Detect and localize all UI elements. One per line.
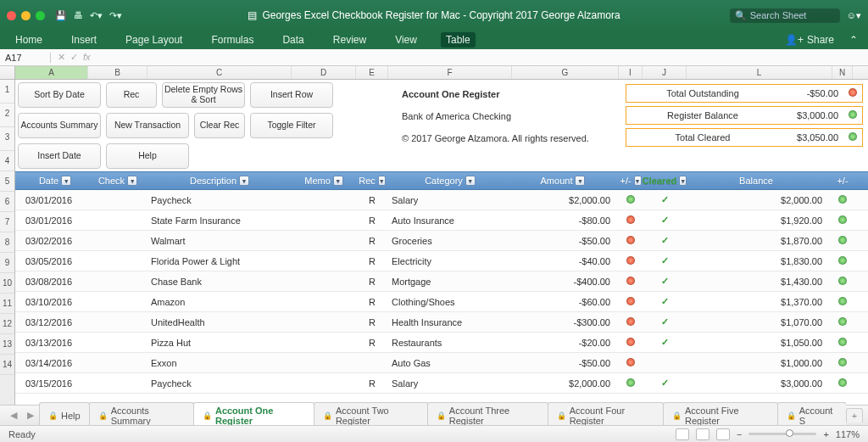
ribbon-tab-insert[interactable]: Insert <box>66 32 102 48</box>
row-header-8[interactable]: 8 <box>0 232 14 253</box>
cell-description[interactable]: Amazon <box>147 297 292 307</box>
row-header-10[interactable]: 10 <box>0 273 14 294</box>
cell-cleared[interactable] <box>643 337 687 348</box>
table-row[interactable]: 03/08/2016Chase BankRMortgage-$400.00$1,… <box>15 271 868 292</box>
row-header-12[interactable]: 12 <box>0 314 14 334</box>
redo-icon[interactable]: ↷▾ <box>109 10 122 21</box>
table-row[interactable]: 03/01/2016State Farm InsuranceRAuto Insu… <box>15 210 868 231</box>
row-header-4[interactable]: 4 <box>0 151 14 171</box>
cell-cleared[interactable] <box>643 316 687 327</box>
cell-description[interactable]: Paycheck <box>147 378 292 389</box>
cell-balance[interactable]: $1,050.00 <box>687 338 832 348</box>
col--[interactable]: +/- <box>832 176 853 186</box>
cell-amount[interactable]: -$40.00 <box>512 256 619 266</box>
maximize-icon[interactable] <box>36 11 45 20</box>
fx-icon[interactable]: fx <box>83 52 91 63</box>
col-cleared[interactable]: Cleared▼ <box>643 176 687 186</box>
cell-amount[interactable]: -$300.00 <box>512 317 619 327</box>
col-description[interactable]: Description▼ <box>147 176 292 186</box>
col-amount[interactable]: Amount▼ <box>512 176 619 186</box>
table-row[interactable]: 03/13/2016Pizza HutRRestaurants-$20.00$1… <box>15 333 868 353</box>
cell-category[interactable]: Salary <box>388 378 512 389</box>
col-header-C[interactable]: C <box>147 66 292 79</box>
cell-category[interactable]: Health Insurance <box>388 317 512 327</box>
ribbon-tab-formulas[interactable]: Formulas <box>206 32 259 48</box>
ribbon-tab-table[interactable]: Table <box>441 32 476 48</box>
insert-row-button[interactable]: Insert Row <box>250 82 333 108</box>
confirm-formula-icon[interactable]: ✓ <box>70 52 78 63</box>
filter-icon[interactable]: ▼ <box>679 176 687 186</box>
cell-category[interactable]: Restaurants <box>388 338 512 348</box>
cell-balance[interactable]: $1,830.00 <box>687 256 832 266</box>
cell-amount[interactable]: -$80.00 <box>512 215 619 226</box>
cell-description[interactable]: UnitedHealth <box>147 317 292 327</box>
cell-date[interactable]: 03/02/2016 <box>15 236 88 246</box>
row-header-11[interactable]: 11 <box>0 294 14 314</box>
rec-button[interactable]: Rec <box>106 82 157 108</box>
cell-description[interactable]: Exxon <box>147 358 292 368</box>
col-header-I[interactable]: I <box>619 66 643 79</box>
toggle-filter-button[interactable]: Toggle Filter <box>250 113 333 138</box>
col-header-N[interactable]: N <box>832 66 853 79</box>
filter-icon[interactable]: ▼ <box>575 176 585 186</box>
zoom-slider[interactable] <box>748 433 816 435</box>
name-box[interactable]: A17 <box>0 53 51 63</box>
cell-amount[interactable]: -$20.00 <box>512 338 619 348</box>
cell-cleared[interactable] <box>643 255 687 266</box>
insert-date-button[interactable]: Insert Date <box>18 143 101 169</box>
ribbon-collapse-icon[interactable]: ⌃ <box>849 34 858 46</box>
filter-icon[interactable]: ▼ <box>333 176 343 186</box>
cell-date[interactable]: 03/08/2016 <box>15 277 88 287</box>
filter-icon[interactable]: ▼ <box>127 176 137 186</box>
cell-rec[interactable]: R <box>356 277 388 287</box>
cell-amount[interactable]: $2,000.00 <box>512 378 619 389</box>
col-header-D[interactable]: D <box>292 66 356 79</box>
add-sheet-button[interactable]: + <box>846 408 863 422</box>
col-header-F[interactable]: F <box>388 66 512 79</box>
cell-cleared[interactable] <box>643 378 687 389</box>
col-header-E[interactable]: E <box>356 66 388 79</box>
next-sheet-icon[interactable]: ▶ <box>22 410 39 421</box>
cell-amount[interactable]: -$50.00 <box>512 358 619 368</box>
cell-balance[interactable]: $3,000.00 <box>687 378 832 389</box>
table-row[interactable]: 03/15/2016PaycheckRSalary$2,000.00$3,000… <box>15 373 868 394</box>
cell-balance[interactable]: $1,920.00 <box>687 215 832 226</box>
share-button[interactable]: 👤+ Share ⌃ <box>785 34 858 46</box>
prev-sheet-icon[interactable]: ◀ <box>5 410 22 421</box>
accounts-summary-button[interactable]: Accounts Summary <box>18 113 101 138</box>
cell-rec[interactable]: R <box>356 195 388 205</box>
cell-rec[interactable]: R <box>356 338 388 348</box>
ribbon-tab-view[interactable]: View <box>390 32 422 48</box>
cell-description[interactable]: Paycheck <box>147 195 292 205</box>
close-icon[interactable] <box>7 11 16 20</box>
row-header-9[interactable]: 9 <box>0 253 14 273</box>
cell-cleared[interactable] <box>643 276 687 287</box>
cell-cleared[interactable] <box>643 235 687 246</box>
row-header-6[interactable]: 6 <box>0 192 14 212</box>
cell-category[interactable]: Auto Gas <box>388 358 512 368</box>
cell-amount[interactable]: -$400.00 <box>512 277 619 287</box>
cell-rec[interactable]: R <box>356 236 388 246</box>
cell-category[interactable]: Mortgage <box>388 277 512 287</box>
row-header-1[interactable]: 1 <box>0 80 14 104</box>
col--[interactable]: +/-▼ <box>619 176 643 186</box>
table-row[interactable]: 03/10/2016AmazonRClothing/Shoes-$60.00$1… <box>15 292 868 312</box>
row-header-14[interactable]: 14 <box>0 355 14 375</box>
select-all-corner[interactable] <box>0 66 15 79</box>
cell-rec[interactable]: R <box>356 297 388 307</box>
cell-date[interactable]: 03/14/2016 <box>15 358 88 368</box>
cell-rec[interactable]: R <box>356 378 388 389</box>
normal-view-button[interactable] <box>676 428 689 440</box>
filter-icon[interactable]: ▼ <box>239 176 249 186</box>
filter-icon[interactable]: ▼ <box>61 176 71 186</box>
cell-cleared[interactable] <box>643 194 687 205</box>
search-input[interactable] <box>750 10 826 20</box>
cell-description[interactable]: Florida Power & Light <box>147 256 292 266</box>
table-row[interactable]: 03/02/2016WalmartRGroceries-$50.00$1,870… <box>15 231 868 251</box>
row-header-7[interactable]: 7 <box>0 212 14 232</box>
row-header-5[interactable]: 5 <box>0 171 14 192</box>
cell-rec[interactable]: R <box>356 215 388 226</box>
spreadsheet-grid[interactable]: Sort By DateRecDelete Empty Rows & SortI… <box>15 80 868 405</box>
cell-rec[interactable]: R <box>356 317 388 327</box>
filter-icon[interactable]: ▼ <box>634 176 642 186</box>
